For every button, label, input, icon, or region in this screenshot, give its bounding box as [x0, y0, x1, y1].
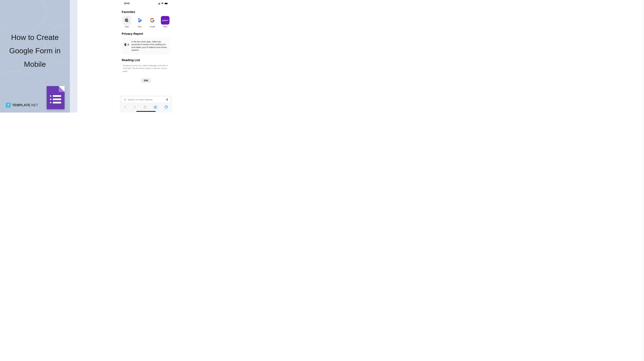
- search-placeholder: Search or enter website: [128, 98, 165, 101]
- google-icon: [148, 16, 156, 24]
- svg-rect-5: [167, 98, 168, 100]
- chevron-left-icon: [124, 106, 126, 108]
- apple-icon: [122, 16, 131, 24]
- toolbar: [122, 104, 170, 110]
- svg-rect-2: [168, 3, 168, 4]
- favorite-yahoo[interactable]: yahoo! Yahoo: [160, 16, 170, 28]
- page-title: How to Create Google Form in Mobile: [7, 30, 63, 71]
- middle-strip: [70, 0, 77, 112]
- content-area[interactable]: Favorites Apple Bing: [120, 6, 172, 96]
- brand-name: TEMPLATE: [12, 103, 30, 107]
- bookmarks-button[interactable]: [153, 105, 158, 110]
- left-panel: How to Create Google Form in Mobile T TE…: [0, 0, 70, 112]
- chevron-right-icon: [134, 106, 136, 108]
- back-button[interactable]: [124, 105, 127, 110]
- template-logo: T TEMPLATE.NET: [6, 103, 38, 108]
- svg-rect-10: [165, 106, 167, 108]
- edit-button[interactable]: Edit: [140, 78, 152, 83]
- yahoo-text: yahoo!: [162, 19, 168, 22]
- battery-icon: [164, 2, 168, 4]
- favorite-bing[interactable]: Bing: [134, 16, 145, 28]
- favorites-heading: Favorites: [122, 10, 170, 14]
- tracker-count: 4: [128, 43, 129, 46]
- forward-button[interactable]: [133, 105, 136, 110]
- favorite-label: Apple: [125, 26, 129, 28]
- privacy-heading: Privacy Report: [122, 32, 170, 36]
- favorite-apple[interactable]: Apple: [122, 16, 132, 28]
- svg-rect-1: [165, 3, 168, 4]
- bottom-bar: Search or enter website: [120, 96, 172, 112]
- privacy-report-card[interactable]: 4 In the last seven days, Safari has pre…: [122, 38, 170, 54]
- microphone-icon[interactable]: [166, 98, 168, 101]
- book-icon: [154, 106, 157, 108]
- favorite-label: Yahoo: [163, 26, 168, 28]
- search-bar[interactable]: Search or enter website: [122, 97, 170, 103]
- reading-list-text: Reading List lets you collect webpages a…: [122, 64, 170, 72]
- svg-point-3: [124, 99, 126, 100]
- privacy-shield: 4: [124, 43, 129, 46]
- share-button[interactable]: [143, 105, 147, 110]
- phone-frame: 10:41 Favorites: [120, 0, 172, 112]
- favorite-label: Bing: [138, 26, 141, 28]
- privacy-text: In the last seven days, Safari has preve…: [132, 40, 168, 52]
- svg-line-4: [126, 100, 126, 101]
- home-indicator[interactable]: [136, 111, 156, 112]
- share-icon: [144, 106, 146, 109]
- search-icon: [124, 98, 126, 101]
- cellular-signal-icon: [158, 2, 160, 4]
- status-bar: 10:41: [120, 0, 172, 6]
- status-icons: [158, 2, 168, 4]
- shield-icon: [124, 43, 127, 46]
- favorite-google[interactable]: Google: [147, 16, 158, 28]
- template-logo-text: TEMPLATE.NET: [12, 103, 38, 107]
- bing-icon: [135, 16, 144, 24]
- status-time: 10:41: [124, 2, 130, 5]
- brand-suffix: .NET: [30, 103, 38, 107]
- template-logo-icon: T: [6, 103, 11, 108]
- decorative-curve: [0, 0, 47, 33]
- right-panel: 10:41 Favorites: [77, 0, 215, 112]
- google-forms-icon: [47, 86, 64, 109]
- wifi-icon: [161, 2, 164, 4]
- reading-heading: Reading List: [122, 58, 170, 62]
- tabs-icon: [164, 106, 168, 108]
- favorite-label: Google: [150, 26, 155, 28]
- yahoo-icon: yahoo!: [161, 16, 170, 24]
- favorites-grid: Apple Bing: [122, 16, 170, 28]
- tabs-button[interactable]: [164, 105, 168, 110]
